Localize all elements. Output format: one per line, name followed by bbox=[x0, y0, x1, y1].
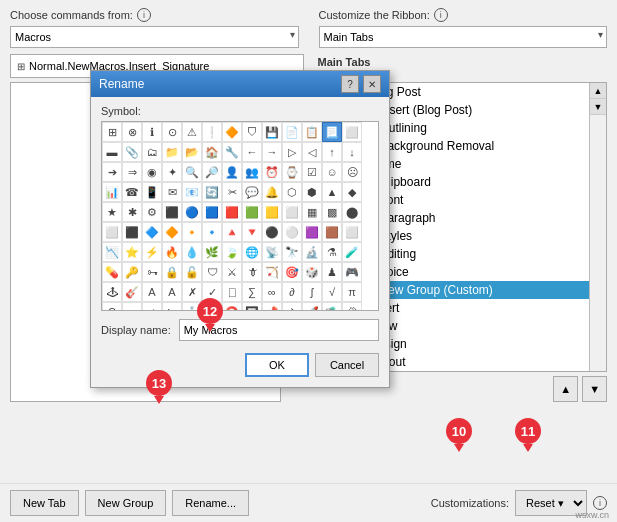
symbol-cell[interactable]: 🔧 bbox=[222, 142, 242, 162]
symbol-cell[interactable]: ⬜ bbox=[342, 222, 362, 242]
symbol-cell[interactable]: ⬢ bbox=[302, 182, 322, 202]
symbol-cell[interactable]: 🔒 bbox=[162, 262, 182, 282]
symbol-cell[interactable]: 🔎 bbox=[202, 162, 222, 182]
symbol-cell[interactable]: → bbox=[262, 142, 282, 162]
symbol-cell[interactable]: ⬛ bbox=[122, 222, 142, 242]
symbol-cell[interactable]: π bbox=[342, 282, 362, 302]
symbol-cell[interactable]: 📄 bbox=[282, 122, 302, 142]
symbol-cell[interactable]: ⭕ bbox=[222, 302, 242, 311]
symbol-cell[interactable]: 🔶 bbox=[162, 222, 182, 242]
symbol-cell[interactable]: ☺ bbox=[322, 162, 342, 182]
symbol-cell[interactable]: ⭐ bbox=[122, 242, 142, 262]
symbol-cell[interactable]: 🚀 bbox=[302, 302, 322, 311]
symbol-cell[interactable]: ◁ bbox=[302, 142, 322, 162]
symbol-cell[interactable]: ≈ bbox=[122, 302, 142, 311]
symbol-cell[interactable]: ✗ bbox=[182, 282, 202, 302]
symbol-cell[interactable]: ⬛ bbox=[162, 202, 182, 222]
symbol-cell[interactable]: 🍃 bbox=[222, 242, 242, 262]
symbol-cell[interactable]: ∑ bbox=[242, 282, 262, 302]
symbol-cell[interactable]: ♟ bbox=[322, 262, 342, 282]
symbol-cell[interactable]: ⚔ bbox=[222, 262, 242, 282]
symbol-cell[interactable]: 📉 bbox=[102, 242, 122, 262]
symbol-cell[interactable]: 🔔 bbox=[262, 182, 282, 202]
symbol-cell[interactable]: 🟩 bbox=[242, 202, 262, 222]
symbol-cell[interactable]: ⚙ bbox=[142, 202, 162, 222]
symbol-cell[interactable]: ▩ bbox=[322, 202, 342, 222]
dialog-close-btn[interactable]: ✕ bbox=[363, 75, 381, 93]
symbol-cell[interactable]: 🔶 bbox=[222, 122, 242, 142]
symbol-cell[interactable]: 🔗 bbox=[202, 302, 222, 311]
ok-button[interactable]: OK bbox=[245, 353, 309, 377]
symbol-cell[interactable]: 📎 bbox=[122, 142, 142, 162]
symbol-cell[interactable]: ★ bbox=[102, 202, 122, 222]
symbol-cell[interactable]: 🟪 bbox=[302, 222, 322, 242]
symbol-cell[interactable]: 🌿 bbox=[202, 242, 222, 262]
symbol-cell[interactable]: 🔻 bbox=[242, 222, 262, 242]
symbol-cell[interactable]: ⚪ bbox=[282, 222, 302, 242]
symbol-cell[interactable]: 🔸 bbox=[182, 222, 202, 242]
symbol-cell[interactable]: ❕ bbox=[202, 122, 222, 142]
symbol-cell[interactable]: A bbox=[162, 282, 182, 302]
symbol-cell[interactable]: ⊞ bbox=[102, 122, 122, 142]
symbol-cell[interactable]: 🟥 bbox=[222, 202, 242, 222]
symbol-cell[interactable]: A bbox=[142, 282, 162, 302]
symbol-cell[interactable]: 💊 bbox=[102, 262, 122, 282]
symbol-cell[interactable]: ∫ bbox=[302, 282, 322, 302]
symbol-cell[interactable]: ℹ bbox=[142, 122, 162, 142]
symbol-cell[interactable]: 💾 bbox=[262, 122, 282, 142]
symbol-cell[interactable]: ⚗ bbox=[322, 242, 342, 262]
symbol-cell[interactable]: 🔥 bbox=[162, 242, 182, 262]
symbol-cell[interactable]: 📊 bbox=[102, 182, 122, 202]
symbol-cell[interactable]: ⬤ bbox=[342, 202, 362, 222]
symbol-cell[interactable]: 📱 bbox=[142, 182, 162, 202]
symbol-cell[interactable]: ▶ bbox=[162, 302, 182, 311]
symbol-cell[interactable]: 🔷 bbox=[142, 222, 162, 242]
symbol-cell[interactable]: 📃 bbox=[322, 122, 342, 142]
symbol-cell[interactable]: Ω bbox=[102, 302, 122, 311]
cancel-button[interactable]: Cancel bbox=[315, 353, 379, 377]
symbol-cell[interactable]: ✉ bbox=[162, 182, 182, 202]
symbol-cell[interactable]: ⊙ bbox=[162, 122, 182, 142]
symbol-cell[interactable]: ↓ bbox=[342, 142, 362, 162]
symbol-cell[interactable]: ⎕ bbox=[222, 282, 242, 302]
symbol-cell[interactable]: 📋 bbox=[302, 122, 322, 142]
symbol-cell[interactable]: 🔵 bbox=[182, 202, 202, 222]
symbol-cell[interactable]: 🔲 bbox=[242, 302, 262, 311]
symbol-cell[interactable]: ▷ bbox=[282, 142, 302, 162]
symbol-cell[interactable]: ⚫ bbox=[262, 222, 282, 242]
symbol-cell[interactable]: ◆ bbox=[342, 182, 362, 202]
symbol-cell[interactable]: ⌚ bbox=[282, 162, 302, 182]
dialog-help-btn[interactable]: ? bbox=[341, 75, 359, 93]
symbol-cell[interactable]: 💬 bbox=[242, 182, 262, 202]
symbol-cell[interactable]: ⚠ bbox=[182, 122, 202, 142]
symbol-cell[interactable]: 🧪 bbox=[342, 242, 362, 262]
symbol-cell[interactable]: 🗝 bbox=[142, 262, 162, 282]
symbol-cell[interactable]: √ bbox=[322, 282, 342, 302]
symbol-cell[interactable]: 🏹 bbox=[262, 262, 282, 282]
symbol-cell[interactable]: ✱ bbox=[122, 202, 142, 222]
symbol-cell[interactable]: ← bbox=[242, 142, 262, 162]
symbol-cell[interactable]: ∞ bbox=[262, 282, 282, 302]
symbol-cell[interactable]: ✈ bbox=[282, 302, 302, 311]
symbol-cell[interactable]: 🔄 bbox=[202, 182, 222, 202]
symbol-cell[interactable]: 🗂 bbox=[142, 142, 162, 162]
symbol-cell[interactable]: 📁 bbox=[162, 142, 182, 162]
symbol-cell[interactable]: 🎸 bbox=[122, 282, 142, 302]
symbol-cell[interactable]: 🗡 bbox=[242, 262, 262, 282]
symbol-cell[interactable]: 🟨 bbox=[262, 202, 282, 222]
symbol-cell[interactable]: 🛸 bbox=[322, 302, 342, 311]
symbol-cell[interactable]: 🌐 bbox=[242, 242, 262, 262]
symbol-cell[interactable]: 🟦 bbox=[202, 202, 222, 222]
symbol-cell[interactable]: 👤 bbox=[222, 162, 242, 182]
symbol-cell[interactable]: 🏠 bbox=[202, 142, 222, 162]
symbol-cell[interactable]: ⚡ bbox=[142, 242, 162, 262]
symbol-cell[interactable]: 🔬 bbox=[302, 242, 322, 262]
symbol-cell[interactable]: 🔺 bbox=[222, 222, 242, 242]
symbol-cell[interactable]: ▦ bbox=[302, 202, 322, 222]
symbol-cell[interactable]: ∂ bbox=[282, 282, 302, 302]
symbol-cell[interactable]: ⬜ bbox=[282, 202, 302, 222]
symbol-cell[interactable]: ▬ bbox=[102, 142, 122, 162]
symbol-cell[interactable]: ➔ bbox=[102, 162, 122, 182]
symbol-cell[interactable]: ⛉ bbox=[242, 122, 262, 142]
display-name-input[interactable] bbox=[179, 319, 379, 341]
